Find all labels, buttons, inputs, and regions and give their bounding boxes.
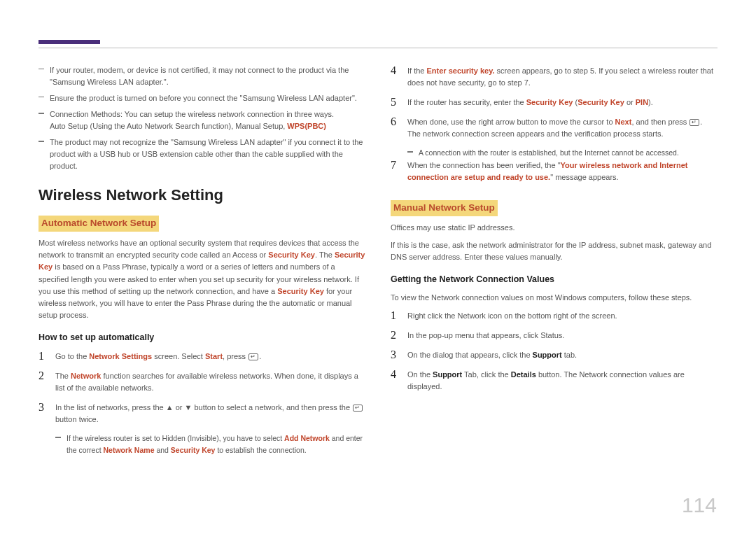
paragraph: Most wireless networks have an optional … bbox=[38, 237, 365, 321]
intro-bullet-list: If your router, modem, or device is not … bbox=[38, 64, 365, 172]
text: " message appears. bbox=[550, 173, 618, 181]
header-accent-bar bbox=[38, 40, 100, 44]
text: tab. bbox=[562, 351, 577, 359]
page-number: 114 bbox=[682, 493, 717, 517]
step-number: 7 bbox=[391, 159, 400, 171]
header-rule bbox=[38, 48, 718, 48]
highlighted-subheading: Automatic Network Setup bbox=[38, 216, 159, 232]
auto-steps-cont: 4 If the Enter security key. screen appe… bbox=[391, 64, 718, 183]
text: If the wireless router is set to Hidden … bbox=[66, 434, 284, 442]
intro-bullet: If your router, modem, or device is not … bbox=[38, 64, 365, 88]
step-number: 2 bbox=[38, 370, 48, 382]
paragraph: To view the Network connection values on… bbox=[391, 292, 718, 304]
text: , and then press bbox=[631, 118, 689, 126]
step-number: 5 bbox=[391, 96, 400, 108]
text: function searches for available wireless… bbox=[55, 372, 358, 392]
step-number: 4 bbox=[391, 64, 400, 77]
step: 2 The Network function searches for avai… bbox=[38, 370, 365, 394]
section-heading: Wireless Network Setting bbox=[38, 183, 365, 207]
text: Tab, click the bbox=[462, 370, 511, 379]
step-text: If the Enter security key. screen appear… bbox=[407, 64, 718, 89]
text: On the bbox=[407, 370, 433, 379]
step: 3 In the list of networks, press the ▲ o… bbox=[38, 401, 365, 426]
sub-heading: Getting the Network Connection Values bbox=[391, 273, 718, 286]
text: The bbox=[55, 372, 71, 380]
inline-accent: Security Key bbox=[171, 446, 216, 454]
text: Auto Setup (Using the Auto Network Searc… bbox=[50, 122, 287, 130]
inline-accent: Security Key bbox=[268, 251, 315, 259]
inline-accent: PIN bbox=[636, 98, 648, 106]
right-column: 4 If the Enter security key. screen appe… bbox=[391, 64, 718, 456]
text: screen. Select bbox=[152, 352, 205, 360]
text: When the connection has been verified, t… bbox=[407, 161, 561, 169]
step-text: Go to the Network Settings screen. Selec… bbox=[55, 350, 365, 363]
text: . bbox=[259, 352, 261, 360]
step: 2 In the pop-up menu that appears, click… bbox=[391, 329, 718, 342]
step-number: 3 bbox=[38, 401, 48, 414]
step-text: When done, use the right arrow button to… bbox=[407, 115, 718, 140]
step-text: If the router has security, enter the Se… bbox=[407, 96, 718, 108]
step: 6 When done, use the right arrow button … bbox=[391, 115, 718, 140]
text: and bbox=[154, 446, 170, 454]
step-text: On the Support Tab, click the Details bu… bbox=[407, 368, 718, 393]
step-text: The Network function searches for availa… bbox=[55, 370, 365, 394]
page-content: If your router, modem, or device is not … bbox=[38, 64, 718, 456]
enter-icon bbox=[248, 353, 258, 360]
step-text: When the connection has been verified, t… bbox=[407, 159, 718, 183]
step-number: 2 bbox=[391, 329, 400, 342]
inline-accent: Security Key bbox=[526, 98, 573, 106]
step: 1 Go to the Network Settings screen. Sel… bbox=[38, 350, 365, 363]
text: If the router has security, enter the bbox=[407, 98, 526, 106]
step: 1 Right click the Network icon on the bo… bbox=[391, 309, 718, 322]
inline-accent: WPS(PBC) bbox=[287, 122, 326, 130]
step: 5 If the router has security, enter the … bbox=[391, 96, 718, 108]
text: , press bbox=[223, 352, 248, 360]
step: 4 On the Support Tab, click the Details … bbox=[391, 368, 718, 393]
step-number: 1 bbox=[391, 309, 400, 322]
value-steps: 1 Right click the Network icon on the bo… bbox=[391, 309, 718, 393]
text: If the bbox=[407, 66, 427, 75]
text: When done, use the right arrow button to… bbox=[407, 118, 615, 126]
text: In the list of networks, press the ▲ or … bbox=[55, 403, 352, 412]
highlighted-subheading: Manual Network Setup bbox=[391, 200, 498, 216]
inline-accent: Security Key bbox=[578, 98, 624, 106]
intro-bullet: The product may not recognize the "Samsu… bbox=[38, 136, 365, 172]
paragraph: Offices may use static IP addresses. bbox=[391, 222, 718, 234]
step-text: Right click the Network icon on the bott… bbox=[407, 309, 718, 322]
text: to establish the connection. bbox=[215, 446, 306, 454]
inline-accent: Network Name bbox=[104, 446, 155, 454]
inline-accent: Network bbox=[71, 372, 101, 380]
text: or bbox=[624, 98, 636, 106]
inline-accent: Enter security key. bbox=[427, 66, 495, 75]
step-note: If the wireless router is set to Hidden … bbox=[55, 433, 365, 456]
step-number: 1 bbox=[38, 350, 48, 363]
left-column: If your router, modem, or device is not … bbox=[38, 64, 365, 456]
step-number: 4 bbox=[391, 368, 400, 381]
step-text: In the list of networks, press the ▲ or … bbox=[55, 401, 365, 426]
inline-accent: Add Network bbox=[284, 434, 330, 442]
paragraph: If this is the case, ask the network adm… bbox=[391, 239, 718, 263]
auto-steps: 1 Go to the Network Settings screen. Sel… bbox=[38, 350, 365, 456]
text: . The bbox=[315, 251, 335, 259]
step-note: A connection with the router is establis… bbox=[407, 147, 718, 158]
inline-accent: Start bbox=[205, 352, 223, 360]
inline-bold: Support bbox=[533, 351, 562, 359]
sub-heading: How to set up automatically bbox=[38, 331, 365, 344]
enter-icon bbox=[353, 405, 363, 412]
step-text: In the pop-up menu that appears, click S… bbox=[407, 329, 718, 342]
inline-bold: Support bbox=[433, 370, 462, 379]
text: button twice. bbox=[55, 415, 99, 423]
step-number: 3 bbox=[391, 349, 400, 361]
text: On the dialog that appears, click the bbox=[407, 351, 533, 359]
step: 7 When the connection has been verified,… bbox=[391, 159, 718, 183]
text: ). bbox=[648, 98, 653, 106]
step-number: 6 bbox=[391, 115, 400, 128]
step: 4 If the Enter security key. screen appe… bbox=[391, 64, 718, 89]
inline-accent: Next bbox=[615, 118, 632, 126]
inline-accent: Security Key bbox=[277, 287, 324, 295]
text: Connection Methods: You can setup the wi… bbox=[50, 110, 334, 118]
step-text: On the dialog that appears, click the Su… bbox=[407, 349, 718, 361]
intro-bullet: Connection Methods: You can setup the wi… bbox=[38, 108, 365, 132]
intro-bullet: Ensure the product is turned on before y… bbox=[38, 92, 365, 104]
text: Go to the bbox=[55, 352, 89, 360]
